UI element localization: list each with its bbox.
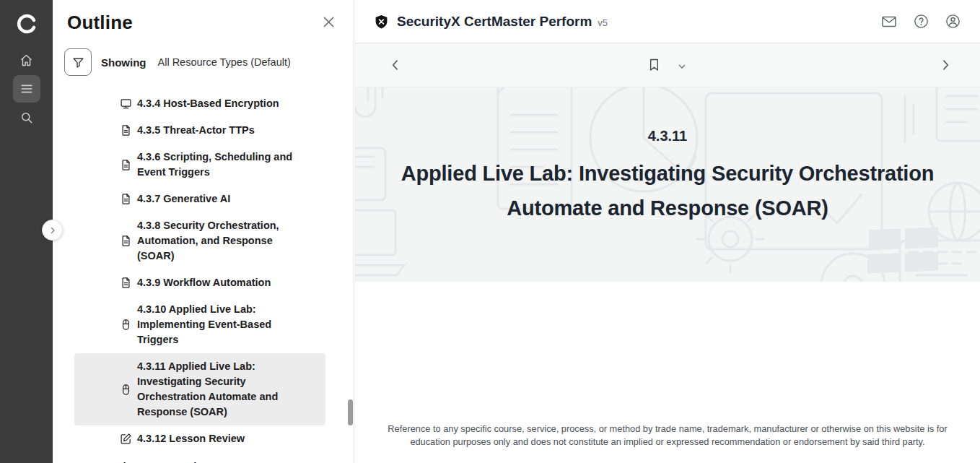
course-brand: SecurityX CertMaster Perform v5	[374, 14, 608, 30]
search-icon	[19, 111, 34, 125]
mouse-icon	[120, 384, 132, 396]
help-icon[interactable]	[913, 13, 929, 30]
lesson-body: Reference to any specific course, servic…	[355, 282, 980, 463]
outline-item[interactable]: 4.3.10 Applied Live Lab: Implementing Ev…	[74, 296, 325, 353]
document-icon	[120, 277, 132, 289]
outline-item-label: 4.3.7 Generative AI	[137, 191, 230, 207]
outline-item[interactable]: 4.3.7 Generative AI	[74, 186, 325, 212]
course-header: SecurityX CertMaster Perform v5	[355, 0, 980, 43]
outline-item[interactable]: 4.3.9 Workflow Automation	[74, 269, 325, 296]
course-version: v5	[598, 17, 608, 28]
next-section-heading[interactable]: 4.4 Apply Cryptography Concepts	[84, 460, 354, 463]
lesson-toolbar	[355, 43, 980, 87]
account-icon[interactable]	[945, 13, 961, 30]
outline-item-label: 4.3.8 Security Orchestration, Automation…	[137, 218, 307, 264]
app-window: Outline Showing All Resource Types (Defa…	[0, 0, 980, 463]
disclaimer-text: Reference to any specific course, servic…	[382, 423, 953, 449]
lesson-number: 4.3.11	[355, 87, 980, 144]
lesson-hero: 4.3.11 Applied Live Lab: Investigating S…	[355, 87, 980, 282]
comptia-logo	[15, 3, 38, 45]
search-button[interactable]	[13, 104, 40, 131]
outline-item-selected[interactable]: 4.3.11 Applied Live Lab: Investigating S…	[74, 353, 325, 425]
outline-item-label: 4.3.12 Lesson Review	[137, 431, 245, 446]
edit-icon	[120, 433, 132, 445]
document-icon	[120, 159, 132, 171]
mail-icon[interactable]	[880, 13, 898, 30]
next-lesson-icon[interactable]	[938, 58, 953, 75]
outline-item-label: 4.3.6 Scripting, Scheduling and Event Tr…	[137, 150, 307, 180]
bookmark-icon[interactable]	[647, 56, 662, 77]
mouse-icon	[120, 319, 132, 331]
monitor-icon	[120, 98, 132, 110]
outline-item-label: 4.3.11 Applied Live Lab: Investigating S…	[137, 359, 307, 420]
outline-item[interactable]: 4.3.6 Scripting, Scheduling and Event Tr…	[74, 144, 325, 186]
outline-item[interactable]: 4.3.4 Host-Based Encryption	[74, 90, 325, 117]
filter-value[interactable]: All Resource Types (Default)	[158, 56, 291, 68]
outline-item-label: 4.3.5 Threat-Actor TTPs	[137, 123, 255, 138]
chevron-down-icon[interactable]	[677, 61, 687, 74]
panel-expand-button[interactable]	[42, 220, 63, 241]
outline-panel-title: Outline	[67, 12, 133, 34]
chevron-right-icon	[48, 226, 57, 235]
filter-button[interactable]	[64, 48, 92, 76]
outline-toggle-button[interactable]	[13, 75, 40, 103]
lesson-title: Applied Live Lab: Investigating Security…	[356, 156, 979, 225]
document-icon	[120, 235, 132, 247]
outline-panel: Outline Showing All Resource Types (Defa…	[53, 0, 354, 463]
outline-item[interactable]: 4.3.8 Security Orchestration, Automation…	[74, 212, 325, 269]
close-icon[interactable]	[321, 14, 336, 33]
funnel-icon	[71, 56, 85, 69]
menu-icon	[19, 82, 34, 96]
previous-lesson-icon[interactable]	[388, 58, 403, 75]
showing-label: Showing	[101, 56, 146, 69]
outline-item[interactable]: 4.3.12 Lesson Review	[74, 425, 325, 452]
home-icon	[19, 53, 34, 68]
outline-item[interactable]: 4.3.5 Threat-Actor TTPs	[74, 117, 325, 144]
document-icon	[120, 193, 132, 205]
outline-item-label: 4.3.4 Host-Based Encryption	[137, 96, 279, 111]
home-button[interactable]	[13, 46, 40, 74]
main-content: SecurityX CertMaster Perform v5	[355, 0, 980, 463]
shield-logo-icon	[374, 14, 389, 30]
outline-item-label: 4.3.10 Applied Live Lab: Implementing Ev…	[137, 302, 307, 347]
document-icon	[120, 124, 132, 137]
outline-list: 4.3.4 Host-Based Encryption4.3.5 Threat-…	[53, 90, 354, 452]
outline-scrollbar-thumb[interactable]	[348, 399, 353, 425]
outline-item-label: 4.3.9 Workflow Automation	[137, 275, 271, 290]
course-title: SecurityX CertMaster Perform	[397, 14, 592, 30]
